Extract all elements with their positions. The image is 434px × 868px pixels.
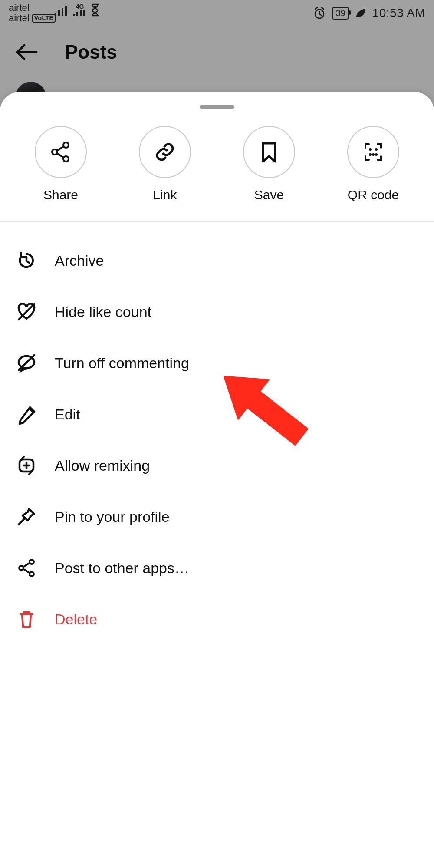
bookmark-icon: [257, 140, 281, 164]
svg-point-6: [369, 153, 372, 156]
turn-off-commenting-item[interactable]: Turn off commenting: [16, 337, 418, 389]
comment-off-icon: [16, 353, 37, 373]
svg-point-5: [375, 148, 378, 151]
share-action[interactable]: Share: [35, 126, 87, 202]
allow-remixing-label: Allow remixing: [55, 457, 150, 474]
link-action[interactable]: Link: [139, 126, 191, 202]
hide-likes-item[interactable]: Hide like count: [16, 286, 418, 337]
save-label: Save: [254, 188, 284, 202]
remix-icon: [16, 455, 37, 476]
share-nodes-icon: [16, 558, 37, 578]
link-icon: [153, 140, 177, 164]
save-action[interactable]: Save: [243, 126, 295, 202]
svg-point-8: [375, 153, 378, 156]
menu-list: Archive Hide like count Turn off comment…: [0, 222, 434, 662]
post-other-apps-item[interactable]: Post to other apps…: [16, 542, 418, 594]
qr-action[interactable]: QR code: [347, 126, 399, 202]
archive-label: Archive: [55, 252, 104, 269]
qr-code-icon: [361, 140, 385, 164]
pin-icon: [16, 506, 37, 527]
qr-label: QR code: [348, 188, 399, 202]
hide-likes-label: Hide like count: [55, 304, 151, 320]
svg-point-1: [52, 149, 57, 155]
svg-point-3: [63, 156, 69, 162]
svg-point-2: [63, 142, 69, 148]
link-label: Link: [153, 188, 177, 202]
pin-profile-item[interactable]: Pin to your profile: [16, 491, 418, 542]
heart-off-icon: [16, 301, 37, 322]
sheet-grabber[interactable]: [200, 105, 234, 109]
pin-profile-label: Pin to your profile: [55, 508, 170, 525]
pencil-icon: [16, 404, 37, 425]
bottom-sheet: Share Link Save QR code Archive Hide lik…: [0, 92, 434, 868]
trash-icon: [16, 609, 37, 630]
edit-label: Edit: [55, 406, 80, 423]
share-icon: [49, 140, 73, 164]
delete-item[interactable]: Delete: [16, 594, 418, 645]
delete-label: Delete: [55, 611, 97, 628]
svg-point-7: [372, 153, 375, 156]
archive-item[interactable]: Archive: [16, 235, 418, 286]
edit-item[interactable]: Edit: [16, 389, 418, 440]
post-other-apps-label: Post to other apps…: [55, 560, 189, 577]
archive-icon: [16, 250, 37, 271]
allow-remixing-item[interactable]: Allow remixing: [16, 440, 418, 491]
turn-off-commenting-label: Turn off commenting: [55, 355, 189, 372]
share-label: Share: [43, 188, 78, 202]
svg-point-4: [369, 148, 372, 151]
quick-actions-row: Share Link Save QR code: [0, 109, 434, 222]
